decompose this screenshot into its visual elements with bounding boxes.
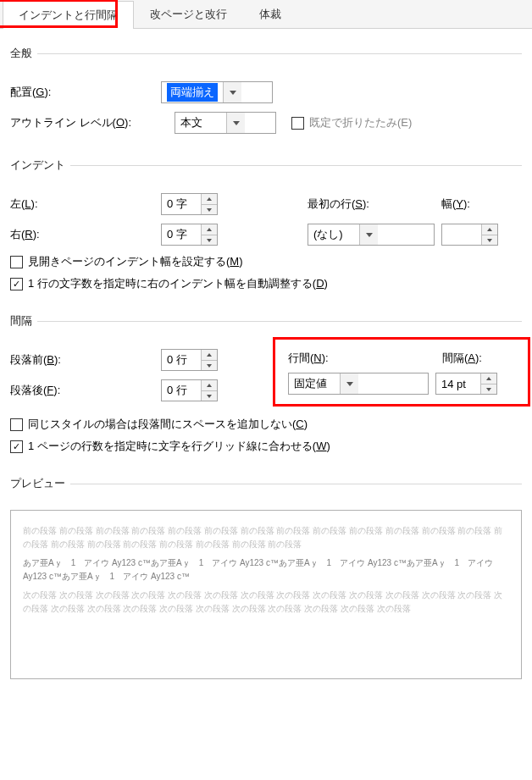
- preview-group: プレビュー 前の段落 前の段落 前の段落 前の段落 前の段落 前の段落 前の段落…: [10, 476, 522, 686]
- outline-label: アウトライン レベル(O):: [10, 115, 168, 130]
- chevron-down-icon: [226, 113, 245, 133]
- tab-typography[interactable]: 体裁: [243, 0, 297, 28]
- at-spinner[interactable]: 14 pt: [435, 373, 497, 395]
- auto-adjust-checkbox[interactable]: ✓: [10, 278, 23, 290]
- space-before-label: 段落前(B):: [10, 352, 154, 368]
- space-after-value: 0 行: [162, 380, 201, 401]
- auto-adjust-label: 1 行の文字数を指定時に右のインデント幅を自動調整する(D): [28, 276, 328, 291]
- indent-group: インデント 左(L): 0 字 最初の行(S): 幅(Y): 右(R): 0 字: [10, 158, 522, 305]
- indent-left-spinner[interactable]: 0 字: [161, 193, 218, 215]
- first-line-value: (なし): [308, 227, 359, 242]
- chevron-down-icon: [340, 373, 358, 394]
- same-style-label: 同じスタイルの場合は段落間にスペースを追加しない(C): [28, 417, 308, 432]
- width-value: [442, 224, 481, 245]
- alignment-value: 両端揃え: [167, 83, 218, 102]
- space-after-label: 段落後(F):: [10, 383, 154, 398]
- alignment-select[interactable]: 両端揃え: [161, 81, 273, 103]
- spinner-down-icon[interactable]: [202, 390, 217, 401]
- tab-indent-spacing[interactable]: インデントと行間隔: [3, 1, 134, 29]
- indent-right-spinner[interactable]: 0 字: [161, 224, 218, 246]
- indent-left-value: 0 字: [162, 194, 201, 214]
- chevron-down-icon: [223, 82, 241, 102]
- tab-label: 改ページと改行: [150, 8, 227, 20]
- spinner-up-icon[interactable]: [482, 224, 497, 235]
- indent-legend: インデント: [10, 158, 70, 173]
- line-spacing-select[interactable]: 固定値: [288, 373, 429, 395]
- spinner-up-icon[interactable]: [481, 373, 496, 384]
- mirror-indent-label: 見開きページのインデント幅を設定する(M): [28, 254, 243, 269]
- width-label: 幅(Y):: [441, 196, 470, 212]
- chevron-down-icon: [359, 224, 378, 245]
- spinner-up-icon[interactable]: [202, 194, 217, 204]
- preview-next-text: 次の段落 次の段落 次の段落 次の段落 次の段落 次の段落 次の段落 次の段落 …: [23, 589, 509, 616]
- width-spinner[interactable]: [441, 224, 498, 246]
- tab-label: インデントと行間隔: [19, 8, 118, 21]
- collapse-label: 既定で折りたたみ(E): [309, 115, 412, 130]
- snap-grid-label: 1 ページの行数を指定時に文字を行グリッド線に合わせる(W): [28, 439, 330, 454]
- preview-prev-text: 前の段落 前の段落 前の段落 前の段落 前の段落 前の段落 前の段落 前の段落 …: [23, 524, 509, 551]
- snap-grid-checkbox[interactable]: ✓: [10, 440, 23, 453]
- at-label: 間隔(A):: [442, 351, 482, 366]
- line-spacing-label: 行間(N):: [288, 351, 435, 366]
- spinner-down-icon[interactable]: [482, 235, 497, 245]
- space-after-spinner[interactable]: 0 行: [161, 379, 218, 401]
- spinner-down-icon[interactable]: [481, 384, 496, 394]
- spinner-down-icon[interactable]: [202, 204, 217, 214]
- spinner-up-icon[interactable]: [202, 380, 217, 390]
- mirror-indent-checkbox[interactable]: [10, 256, 23, 268]
- indent-right-label: 右(R):: [10, 227, 154, 242]
- space-before-value: 0 行: [162, 350, 201, 370]
- spinner-up-icon[interactable]: [202, 224, 217, 235]
- indent-right-value: 0 字: [162, 224, 201, 245]
- outline-value: 本文: [175, 115, 226, 130]
- collapse-checkbox[interactable]: [291, 117, 304, 130]
- spacing-group: 間隔 段落前(B): 0 行 段落後(F):: [10, 313, 522, 467]
- same-style-checkbox[interactable]: [10, 418, 23, 431]
- spinner-up-icon[interactable]: [202, 350, 217, 360]
- space-before-spinner[interactable]: 0 行: [161, 349, 218, 371]
- general-group: 全般 配置(G): 両端揃え アウトライン レベル(O): 本文 既定で折りたた…: [10, 46, 522, 149]
- tab-label: 体裁: [259, 8, 281, 20]
- tab-bar: インデントと行間隔 改ページと改行 体裁: [0, 0, 532, 29]
- outline-select[interactable]: 本文: [175, 112, 276, 134]
- tab-page-break[interactable]: 改ページと改行: [134, 0, 243, 28]
- at-value: 14 pt: [436, 373, 480, 394]
- alignment-label: 配置(G):: [10, 85, 154, 100]
- spinner-down-icon[interactable]: [202, 360, 217, 370]
- spinner-down-icon[interactable]: [202, 235, 217, 245]
- preview-box: 前の段落 前の段落 前の段落 前の段落 前の段落 前の段落 前の段落 前の段落 …: [10, 510, 522, 679]
- spacing-legend: 間隔: [10, 313, 37, 329]
- indent-left-label: 左(L):: [10, 196, 154, 212]
- preview-legend: プレビュー: [10, 476, 70, 491]
- general-legend: 全般: [10, 46, 37, 61]
- preview-sample-text: あア亜Aｙ 1 アイウ Ay123 c™あア亜Aｙ 1 アイウ Ay123 c™…: [23, 556, 509, 584]
- first-line-select[interactable]: (なし): [308, 224, 435, 246]
- first-line-label: 最初の行(S):: [308, 196, 435, 212]
- line-spacing-value: 固定値: [289, 376, 340, 391]
